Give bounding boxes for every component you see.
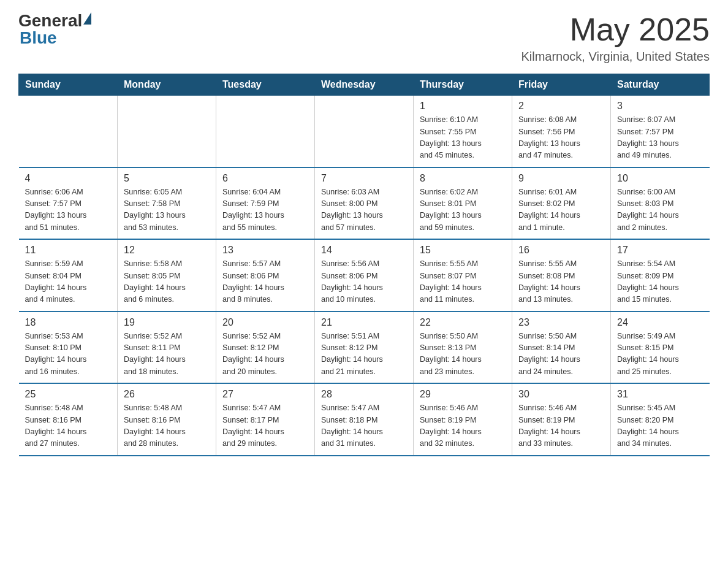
day-cell: 1Sunrise: 6:10 AMSunset: 7:55 PMDaylight…	[414, 96, 512, 167]
day-number: 10	[617, 173, 703, 184]
day-cell: 15Sunrise: 5:55 AMSunset: 8:07 PMDayligh…	[414, 239, 512, 312]
calendar-body: 1Sunrise: 6:10 AMSunset: 7:55 PMDaylight…	[19, 96, 710, 456]
day-number: 15	[420, 245, 506, 256]
day-cell: 10Sunrise: 6:00 AMSunset: 8:03 PMDayligh…	[611, 167, 710, 240]
day-cell: 12Sunrise: 5:58 AMSunset: 8:05 PMDayligh…	[118, 239, 216, 312]
day-cell: 7Sunrise: 6:03 AMSunset: 8:00 PMDaylight…	[315, 167, 414, 240]
day-number: 28	[321, 389, 407, 400]
day-number: 24	[617, 317, 703, 328]
day-cell: 5Sunrise: 6:05 AMSunset: 7:58 PMDaylight…	[118, 167, 216, 240]
day-cell: 9Sunrise: 6:01 AMSunset: 8:02 PMDaylight…	[512, 167, 611, 240]
day-info: Sunrise: 6:00 AMSunset: 8:03 PMDaylight:…	[617, 186, 703, 234]
day-cell: 11Sunrise: 5:59 AMSunset: 8:04 PMDayligh…	[19, 239, 118, 312]
day-cell	[118, 96, 216, 167]
day-info: Sunrise: 6:03 AMSunset: 8:00 PMDaylight:…	[321, 186, 407, 234]
logo-general-text: General	[18, 11, 82, 30]
day-info: Sunrise: 5:46 AMSunset: 8:19 PMDaylight:…	[420, 402, 506, 450]
day-info: Sunrise: 5:55 AMSunset: 8:08 PMDaylight:…	[518, 258, 604, 306]
day-number: 9	[518, 173, 604, 184]
week-row-3: 11Sunrise: 5:59 AMSunset: 8:04 PMDayligh…	[19, 239, 710, 312]
day-info: Sunrise: 5:48 AMSunset: 8:16 PMDaylight:…	[124, 402, 210, 450]
day-number: 7	[321, 173, 407, 184]
day-number: 21	[321, 317, 407, 328]
day-info: Sunrise: 6:01 AMSunset: 8:02 PMDaylight:…	[518, 186, 604, 234]
logo-blue-text: Blue	[20, 28, 57, 47]
week-row-5: 25Sunrise: 5:48 AMSunset: 8:16 PMDayligh…	[19, 383, 710, 456]
day-info: Sunrise: 5:47 AMSunset: 8:18 PMDaylight:…	[321, 402, 407, 450]
header-day-saturday: Saturday	[611, 74, 710, 96]
day-info: Sunrise: 5:57 AMSunset: 8:06 PMDaylight:…	[222, 258, 308, 306]
day-cell: 29Sunrise: 5:46 AMSunset: 8:19 PMDayligh…	[414, 383, 512, 456]
header-day-monday: Monday	[118, 74, 216, 96]
day-info: Sunrise: 6:06 AMSunset: 7:57 PMDaylight:…	[25, 186, 112, 234]
day-number: 11	[25, 245, 112, 256]
day-info: Sunrise: 5:49 AMSunset: 8:15 PMDaylight:…	[617, 331, 703, 378]
day-number: 1	[420, 101, 506, 112]
day-number: 23	[518, 317, 604, 328]
day-info: Sunrise: 6:05 AMSunset: 7:58 PMDaylight:…	[124, 186, 210, 234]
day-number: 5	[124, 173, 210, 184]
day-number: 31	[617, 389, 703, 400]
day-number: 14	[321, 245, 407, 256]
header-day-thursday: Thursday	[414, 74, 512, 96]
day-cell	[19, 96, 118, 167]
day-info: Sunrise: 5:52 AMSunset: 8:11 PMDaylight:…	[124, 331, 210, 378]
day-cell: 3Sunrise: 6:07 AMSunset: 7:57 PMDaylight…	[611, 96, 710, 167]
day-cell: 19Sunrise: 5:52 AMSunset: 8:11 PMDayligh…	[118, 312, 216, 384]
day-cell: 22Sunrise: 5:50 AMSunset: 8:13 PMDayligh…	[414, 312, 512, 384]
day-cell: 18Sunrise: 5:53 AMSunset: 8:10 PMDayligh…	[19, 312, 118, 384]
day-number: 20	[222, 317, 308, 328]
header-day-sunday: Sunday	[19, 74, 118, 96]
page-header: General Blue May 2025 Kilmarnock, Virgin…	[18, 12, 710, 64]
header-day-friday: Friday	[512, 74, 611, 96]
day-info: Sunrise: 5:46 AMSunset: 8:19 PMDaylight:…	[518, 402, 604, 450]
day-cell: 30Sunrise: 5:46 AMSunset: 8:19 PMDayligh…	[512, 383, 611, 456]
day-info: Sunrise: 6:07 AMSunset: 7:57 PMDaylight:…	[617, 114, 703, 162]
day-cell: 2Sunrise: 6:08 AMSunset: 7:56 PMDaylight…	[512, 96, 611, 167]
day-info: Sunrise: 5:58 AMSunset: 8:05 PMDaylight:…	[124, 258, 210, 306]
day-number: 16	[518, 245, 604, 256]
day-number: 27	[222, 389, 308, 400]
day-cell: 6Sunrise: 6:04 AMSunset: 7:59 PMDaylight…	[216, 167, 315, 240]
header-day-wednesday: Wednesday	[315, 74, 414, 96]
location-subtitle: Kilmarnock, Virginia, United States	[521, 50, 710, 64]
logo: General Blue	[18, 12, 91, 47]
day-cell	[216, 96, 315, 167]
day-info: Sunrise: 5:55 AMSunset: 8:07 PMDaylight:…	[420, 258, 506, 306]
day-number: 17	[617, 245, 703, 256]
day-cell: 4Sunrise: 6:06 AMSunset: 7:57 PMDaylight…	[19, 167, 118, 240]
day-cell: 26Sunrise: 5:48 AMSunset: 8:16 PMDayligh…	[118, 383, 216, 456]
day-number: 12	[124, 245, 210, 256]
day-info: Sunrise: 5:59 AMSunset: 8:04 PMDaylight:…	[25, 258, 112, 306]
day-number: 18	[25, 317, 112, 328]
day-info: Sunrise: 5:45 AMSunset: 8:20 PMDaylight:…	[617, 402, 703, 450]
day-number: 4	[25, 173, 112, 184]
day-number: 25	[25, 389, 112, 400]
calendar-header: SundayMondayTuesdayWednesdayThursdayFrid…	[19, 74, 710, 96]
day-number: 22	[420, 317, 506, 328]
day-cell: 20Sunrise: 5:52 AMSunset: 8:12 PMDayligh…	[216, 312, 315, 384]
day-cell: 16Sunrise: 5:55 AMSunset: 8:08 PMDayligh…	[512, 239, 611, 312]
day-cell: 17Sunrise: 5:54 AMSunset: 8:09 PMDayligh…	[611, 239, 710, 312]
day-number: 2	[518, 101, 604, 112]
day-info: Sunrise: 5:56 AMSunset: 8:06 PMDaylight:…	[321, 258, 407, 306]
day-cell: 14Sunrise: 5:56 AMSunset: 8:06 PMDayligh…	[315, 239, 414, 312]
day-info: Sunrise: 5:50 AMSunset: 8:14 PMDaylight:…	[518, 331, 604, 378]
day-number: 3	[617, 101, 703, 112]
day-number: 13	[222, 245, 308, 256]
day-cell: 25Sunrise: 5:48 AMSunset: 8:16 PMDayligh…	[19, 383, 118, 456]
day-cell: 23Sunrise: 5:50 AMSunset: 8:14 PMDayligh…	[512, 312, 611, 384]
day-info: Sunrise: 6:02 AMSunset: 8:01 PMDaylight:…	[420, 186, 506, 234]
header-day-tuesday: Tuesday	[216, 74, 315, 96]
week-row-4: 18Sunrise: 5:53 AMSunset: 8:10 PMDayligh…	[19, 312, 710, 384]
day-number: 8	[420, 173, 506, 184]
title-block: May 2025 Kilmarnock, Virginia, United St…	[521, 12, 710, 64]
day-cell: 8Sunrise: 6:02 AMSunset: 8:01 PMDaylight…	[414, 167, 512, 240]
day-number: 26	[124, 389, 210, 400]
day-info: Sunrise: 5:51 AMSunset: 8:12 PMDaylight:…	[321, 331, 407, 378]
day-cell: 28Sunrise: 5:47 AMSunset: 8:18 PMDayligh…	[315, 383, 414, 456]
day-cell: 13Sunrise: 5:57 AMSunset: 8:06 PMDayligh…	[216, 239, 315, 312]
day-number: 19	[124, 317, 210, 328]
calendar-table: SundayMondayTuesdayWednesdayThursdayFrid…	[18, 74, 710, 456]
week-row-2: 4Sunrise: 6:06 AMSunset: 7:57 PMDaylight…	[19, 167, 710, 240]
